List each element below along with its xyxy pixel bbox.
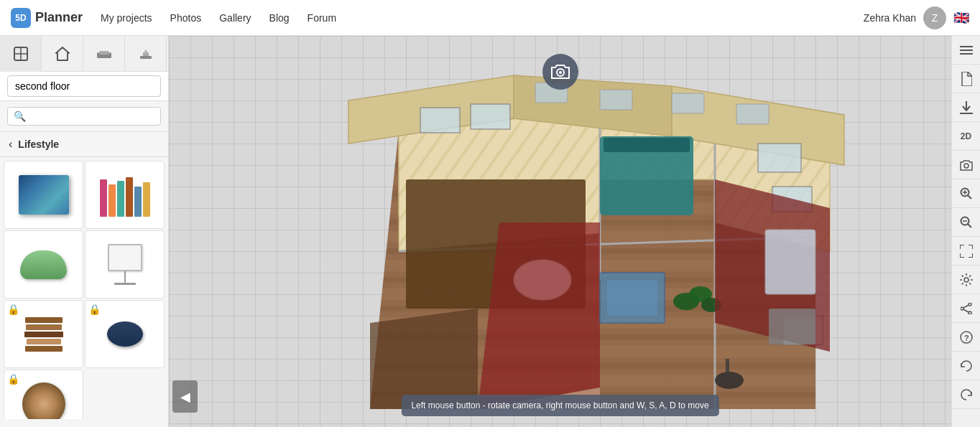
logo-icon: 5D (11, 8, 31, 28)
outdoor-icon[interactable] (125, 36, 167, 72)
top-nav: 5D Planner My projects Photos Gallery Bl… (0, 0, 980, 36)
item-book-single[interactable] (4, 161, 83, 229)
svg-rect-10 (144, 50, 147, 53)
toolbar-icons (0, 36, 168, 72)
svg-rect-56 (672, 93, 704, 113)
home-icon[interactable] (42, 36, 83, 72)
sofa-icon[interactable] (83, 36, 125, 72)
svg-rect-51 (758, 144, 801, 172)
download-icon[interactable] (952, 93, 981, 122)
nav-links: My projects Photos Gallery Blog Forum (101, 12, 336, 24)
svg-rect-57 (736, 104, 769, 124)
nav-photos[interactable]: Photos (170, 12, 202, 24)
svg-point-27 (961, 307, 963, 310)
nav-my-projects[interactable]: My projects (101, 12, 152, 24)
svg-marker-62 (478, 222, 600, 409)
item-rug[interactable]: 🔒 (4, 370, 83, 419)
user-avatar[interactable]: Z (923, 6, 946, 29)
items-grid: 🔒 🔒 🔒 (0, 157, 168, 419)
left-nav-arrow[interactable]: ◀ (172, 380, 198, 413)
camera-snapshot-icon[interactable] (952, 151, 981, 179)
right-sidebar: 2D ? (951, 36, 980, 427)
svg-rect-59 (604, 138, 690, 152)
category-label: Lifestyle (18, 139, 59, 150)
floor-dropdown[interactable]: first floor second floor third floor (7, 75, 161, 97)
item-cylinder-pillow[interactable]: 🔒 (85, 300, 165, 368)
category-header[interactable]: ‹ Lifestyle (0, 132, 168, 157)
file-icon[interactable] (952, 65, 981, 93)
svg-rect-55 (600, 90, 632, 110)
settings-icon[interactable] (952, 266, 981, 294)
2d-view-icon[interactable]: 2D (952, 122, 981, 151)
lock-icon-cylinder: 🔒 (88, 304, 101, 315)
svg-point-25 (969, 303, 971, 306)
search-input[interactable] (29, 111, 154, 122)
left-arrow-icon: ◀ (180, 389, 190, 405)
svg-rect-49 (420, 108, 460, 133)
tooltip-text: Left mouse button - rotate camera, right… (411, 400, 708, 410)
nav-blog[interactable]: Blog (269, 12, 290, 24)
tooltip: Left mouse button - rotate camera, right… (401, 395, 718, 416)
floor-selector-area: first floor second floor third floor (0, 72, 168, 101)
canvas-area[interactable]: ◀ Left mouse button - rotate camera, rig… (169, 36, 951, 427)
logo-text: Planner (35, 10, 83, 25)
nav-gallery[interactable]: Gallery (219, 12, 251, 24)
search-input-wrap: 🔍 (7, 107, 161, 126)
svg-point-24 (964, 278, 969, 282)
svg-rect-5 (99, 51, 109, 55)
new-plan-icon[interactable] (0, 36, 42, 72)
svg-line-28 (963, 305, 969, 308)
user-name: Zehra Khan (864, 12, 916, 24)
svg-point-76 (559, 71, 562, 74)
lock-icon-books-pile: 🔒 (7, 304, 19, 315)
fullscreen-icon[interactable] (952, 237, 981, 266)
house-3d-view (169, 36, 951, 427)
left-sidebar: first floor second floor third floor 🔍 ‹… (0, 36, 169, 427)
search-bar: 🔍 (0, 101, 168, 132)
svg-marker-3 (56, 47, 69, 60)
zoom-out-icon[interactable] (952, 208, 981, 237)
nav-forum[interactable]: Forum (308, 12, 336, 24)
item-books-colorful[interactable] (85, 161, 165, 229)
camera-button[interactable] (542, 54, 578, 90)
nav-right: Zehra Khan Z 🇬🇧 (864, 6, 980, 29)
svg-point-16 (964, 164, 969, 168)
svg-point-26 (969, 311, 971, 314)
zoom-in-icon[interactable] (952, 179, 981, 208)
svg-rect-7 (109, 52, 111, 58)
svg-line-18 (968, 195, 971, 199)
svg-line-29 (963, 309, 969, 312)
svg-rect-67 (726, 359, 729, 380)
item-bathtub[interactable] (4, 230, 83, 299)
svg-text:?: ? (964, 334, 969, 342)
item-whiteboard[interactable] (85, 230, 165, 299)
search-icon: 🔍 (14, 111, 26, 122)
share-icon[interactable] (952, 294, 981, 323)
item-books-pile[interactable]: 🔒 (4, 300, 83, 368)
svg-rect-70 (769, 309, 815, 344)
help-icon[interactable]: ? (952, 323, 981, 352)
logo[interactable]: 5D Planner (0, 8, 93, 28)
svg-rect-8 (140, 56, 152, 59)
svg-rect-6 (97, 52, 99, 58)
flag-icon: 🇬🇧 (953, 10, 969, 26)
lock-icon-rug: 🔒 (7, 373, 19, 385)
svg-rect-69 (765, 230, 815, 294)
redo-icon[interactable] (952, 380, 981, 409)
hamburger-menu-icon[interactable] (952, 36, 981, 65)
undo-icon[interactable] (952, 352, 981, 380)
svg-rect-72 (607, 280, 657, 316)
back-arrow-icon: ‹ (9, 138, 12, 151)
svg-marker-74 (370, 309, 478, 409)
svg-rect-50 (471, 104, 510, 129)
svg-line-22 (968, 224, 971, 227)
